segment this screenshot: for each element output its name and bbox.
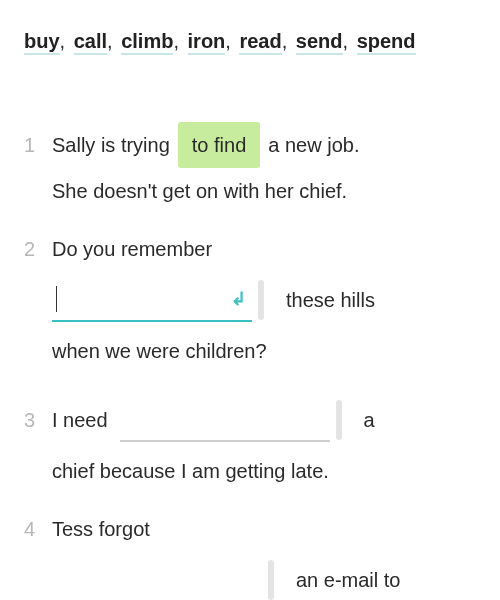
sentence-text: when we were children? [52,340,267,362]
sentence-text: a new job. [268,128,359,162]
word-bank-item[interactable]: send [296,30,343,55]
word-bank: buy, call, climb, iron, read, send, spen… [24,18,476,64]
sentence-text: these hills [286,283,375,317]
sentence-text: a [364,403,375,437]
answer-input[interactable] [120,398,330,442]
word-bank-item[interactable]: spend [357,30,416,55]
item-number: 1 [24,128,52,162]
exercise-item: 4 Tess forgot an e-mail to her friends. [24,512,476,600]
word-bank-item[interactable]: climb [121,30,173,55]
exercise-item: 3 I need a chief because I am getting la… [24,392,476,488]
enter-icon[interactable]: ↲ [231,284,246,315]
word-bank-item[interactable]: call [74,30,107,55]
word-bank-item[interactable]: iron [188,30,226,55]
text-cursor [56,286,57,312]
sentence-text: chief because I am getting late. [52,460,329,482]
word-bank-item[interactable]: read [239,30,281,55]
answer-input[interactable]: ↲ [52,278,252,322]
item-number: 4 [24,512,52,546]
filled-answer[interactable]: to find [178,122,260,168]
answer-input[interactable] [52,558,262,600]
sentence-text: an e-mail to [296,563,401,597]
sentence-text: She doesn't get on with her chief. [52,180,347,202]
word-bank-item[interactable]: buy [24,30,60,55]
sentence-text: Sally is trying [52,128,170,162]
item-number: 3 [24,403,52,437]
exercise-item: 1 Sally is trying to find a new job. She… [24,122,476,208]
sentence-text: I need [52,403,108,437]
divider-bar [336,400,342,440]
sentence-text: Tess forgot [52,512,150,546]
exercise-item: 2 Do you remember ↲ these hills when we … [24,232,476,368]
item-number: 2 [24,232,52,266]
divider-bar [268,560,274,600]
sentence-text: Do you remember [52,232,212,266]
divider-bar [258,280,264,320]
